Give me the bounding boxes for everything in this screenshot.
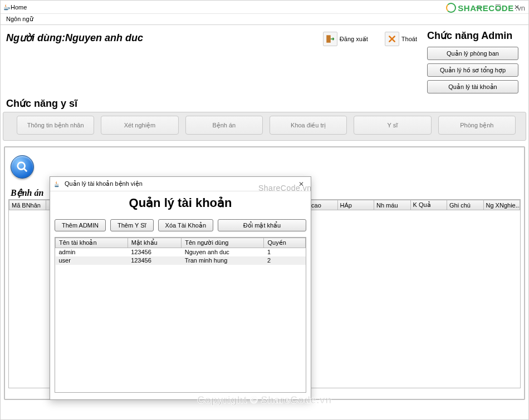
svg-point-2 [18,162,25,170]
benhan-col[interactable]: K Quả [410,200,447,210]
accounts-table[interactable]: Tên tài khoản Mật khẩu Tên người dùng Qu… [55,237,306,393]
admin-phongban-button[interactable]: Quản lý phòng ban [427,47,518,60]
doctor-test-button[interactable]: Xét nghiệm [101,116,178,135]
delete-account-button[interactable]: Xóa Tài Khoản [158,219,213,231]
doctor-info-button[interactable]: Thông tin bệnh nhân [17,116,94,135]
doctor-room-button[interactable]: Phòng bệnh [438,116,516,135]
window-maximize[interactable]: ☐ [488,1,507,13]
menubar: Ngôn ngữ [1,14,528,25]
doctor-record-button[interactable]: Bệnh án [185,116,263,135]
account-dialog: Quản lý tài khoản bệnh viện ✕ Quản lý tà… [50,176,311,400]
user-label: Người dùng:Nguyen anh duc [6,28,143,44]
doctor-ys-button[interactable]: Y sĩ [354,116,431,135]
java-icon [53,180,61,188]
doctor-toolbar: Thông tin bệnh nhân Xét nghiệm Bệnh án K… [3,112,526,141]
benhan-col[interactable]: Ghi chú [447,200,484,210]
logout-icon [323,32,337,46]
menu-language[interactable]: Ngôn ngữ [3,14,37,24]
col-role[interactable]: Quyền [264,238,306,248]
svg-rect-0 [4,7,8,9]
exit-button[interactable]: Thoát [385,32,417,46]
window-title: Home [11,4,27,11]
add-admin-button[interactable]: Thêm ADMIN [55,219,106,231]
java-icon [3,3,11,11]
col-pass[interactable]: Mật khẩu [128,238,182,248]
search-button[interactable] [11,155,34,179]
window-close[interactable]: ✕ [507,1,526,13]
svg-rect-3 [55,184,58,186]
window-titlebar: Home — ☐ ✕ [1,1,528,14]
account-row[interactable]: user123456Tran minh hung2 [56,256,306,265]
benhan-col[interactable]: Nh máu [374,200,411,210]
doctor-dept-button[interactable]: Khoa điều trị [270,116,347,135]
window-minimize[interactable]: — [469,1,488,13]
svg-rect-1 [326,35,331,43]
benhan-col[interactable]: Mã BNhân [9,200,46,210]
admin-header: Chức năng Admin [427,29,518,42]
col-name[interactable]: Tên người dùng [182,238,264,248]
search-icon [16,161,28,173]
dialog-close[interactable]: ✕ [294,178,308,190]
col-user[interactable]: Tên tài khoản [56,238,128,248]
dialog-title: Quản lý tài khoản bệnh viện [65,180,291,187]
add-ys-button[interactable]: Thêm Y Sĩ [110,219,154,231]
benhan-col[interactable]: HÁp [337,200,374,210]
benhan-col[interactable]: Ng XNghie... [483,200,520,210]
exit-icon [385,32,399,46]
admin-hoso-button[interactable]: Quản lý hồ sơ tổng hợp [427,63,518,77]
doctor-header: Chức năng y sĩ [1,95,528,112]
logout-button[interactable]: Đăng xuất [323,32,368,46]
account-row[interactable]: admin123456Nguyen anh duc1 [56,248,306,256]
dialog-heading: Quản lý tài khoản [50,191,311,217]
admin-taikhoan-button[interactable]: Quản lý tài khoản [427,80,518,93]
change-password-button[interactable]: Đổi mật khẩu [218,219,306,231]
